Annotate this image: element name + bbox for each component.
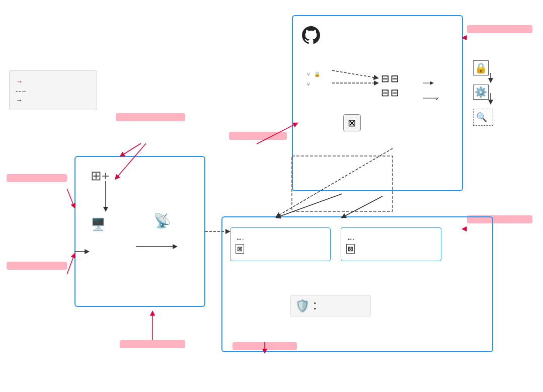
landing-vnet: ↔· xyxy=(236,235,325,243)
svg-line-23 xyxy=(277,194,342,217)
secure-center-box: 🛡️ • • xyxy=(290,295,371,317)
svg-line-11 xyxy=(67,254,74,274)
legend-external: → xyxy=(16,96,91,104)
network-container: 📡 xyxy=(153,212,171,229)
pipeline-icons: ⊟⊟ xyxy=(381,72,400,85)
threat-extension-vuln xyxy=(116,113,185,121)
svg-line-24 xyxy=(342,196,382,217)
landing-keyvault: ⊠ xyxy=(236,244,325,254)
sandbox-keyvault: ⊠ xyxy=(346,244,436,254)
code-scan: 🔍 xyxy=(473,109,493,126)
dev-env-box: ⊞+ 🖥️ 📡 xyxy=(74,156,205,307)
threat-malware xyxy=(467,25,532,33)
device-container: 🖥️ xyxy=(91,217,106,233)
shield-icon: 🛡️ xyxy=(295,299,310,313)
extensions-integrations: ⚙️ xyxy=(473,85,493,100)
secure-policies: • xyxy=(314,300,316,306)
scan-icon: 🔍 xyxy=(476,112,487,123)
extensions-container: ⊞+ xyxy=(91,167,109,184)
lock-icon: 🔒 xyxy=(473,60,489,75)
dev-branch: ⑂ xyxy=(307,82,312,87)
secure-role: • xyxy=(314,306,316,311)
legend-threat: → xyxy=(16,77,91,86)
svg-line-3 xyxy=(67,189,74,207)
threat-dependency xyxy=(7,262,67,270)
sandbox-box: ↔· ⊠ xyxy=(341,227,441,261)
app-env-box: ↔· ⊠ ↔· ⊠ 🛡️ xyxy=(221,216,493,352)
actions-marketplace: 🔒 xyxy=(473,60,493,75)
pipeline-icons-2: ⊟⊟ xyxy=(381,87,400,99)
device-icon: 🖥️ xyxy=(91,217,106,231)
extensions-icon: ⊞+ xyxy=(91,168,109,184)
threat-privilege-esc xyxy=(229,132,287,140)
github-icon xyxy=(302,26,320,46)
legend-box: → - -→ → xyxy=(9,70,97,110)
landing-zone-box: ↔· ⊠ xyxy=(230,227,331,261)
network-icon: 📡 xyxy=(153,212,171,229)
threat-privileged-cred xyxy=(7,174,67,182)
secrets-container: ⊠ xyxy=(343,114,361,132)
legend-internal: - -→ xyxy=(16,87,91,95)
threat-remote-conn xyxy=(120,340,185,348)
main-branch: ⑂🔒 xyxy=(307,71,320,77)
svg-line-4 xyxy=(121,143,141,156)
sandbox-vnet: ↔· xyxy=(346,235,436,243)
right-panel: 🔒 ⚙️ 🔍 xyxy=(473,60,493,126)
gear-icon: ⚙️ xyxy=(473,85,489,100)
devops-env-box: ⑂🔒 ⑂ ⊟⊟ ⊟⊟ ⊠ xyxy=(292,15,463,191)
